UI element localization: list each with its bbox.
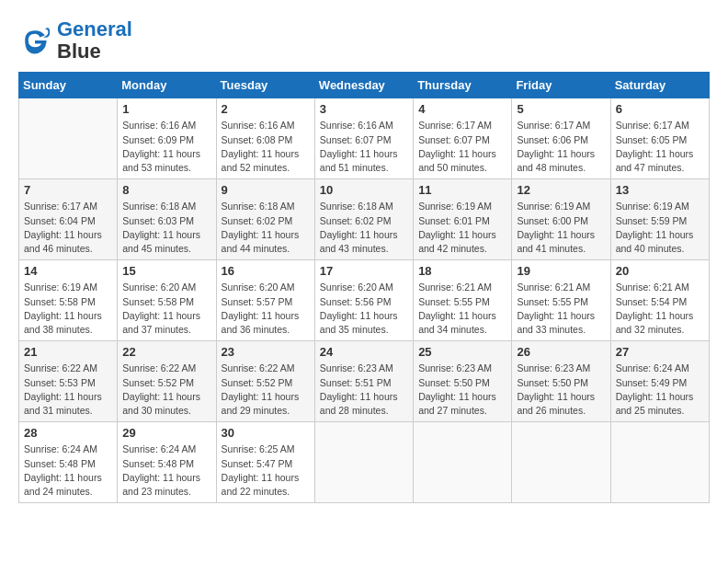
page-header: GeneralBlue [18, 18, 710, 63]
day-cell [610, 422, 709, 503]
day-number: 10 [320, 183, 408, 197]
day-info: Sunrise: 6:17 AMSunset: 6:06 PMDaylight:… [517, 119, 605, 175]
day-info: Sunrise: 6:18 AMSunset: 6:03 PMDaylight:… [122, 200, 210, 256]
day-number: 3 [320, 102, 408, 116]
day-info: Sunrise: 6:19 AMSunset: 6:01 PMDaylight:… [418, 200, 506, 256]
day-cell: 24Sunrise: 6:23 AMSunset: 5:51 PMDayligh… [314, 341, 413, 422]
week-row-3: 14Sunrise: 6:19 AMSunset: 5:58 PMDayligh… [19, 260, 710, 341]
day-cell: 18Sunrise: 6:21 AMSunset: 5:55 PMDayligh… [414, 260, 512, 341]
day-info: Sunrise: 6:16 AMSunset: 6:09 PMDaylight:… [122, 119, 210, 175]
day-cell: 29Sunrise: 6:24 AMSunset: 5:48 PMDayligh… [118, 422, 216, 503]
day-header-monday: Monday [118, 73, 216, 98]
calendar-table: SundayMondayTuesdayWednesdayThursdayFrid… [18, 72, 710, 503]
day-cell: 13Sunrise: 6:19 AMSunset: 5:59 PMDayligh… [610, 179, 709, 260]
day-info: Sunrise: 6:21 AMSunset: 5:54 PMDaylight:… [616, 281, 704, 337]
day-cell: 20Sunrise: 6:21 AMSunset: 5:54 PMDayligh… [610, 260, 709, 341]
day-number: 1 [122, 102, 210, 116]
day-info: Sunrise: 6:22 AMSunset: 5:52 PMDaylight:… [222, 362, 310, 418]
day-cell: 14Sunrise: 6:19 AMSunset: 5:58 PMDayligh… [19, 260, 118, 341]
day-number: 18 [418, 264, 506, 278]
day-info: Sunrise: 6:22 AMSunset: 5:52 PMDaylight:… [122, 362, 210, 418]
day-info: Sunrise: 6:17 AMSunset: 6:04 PMDaylight:… [24, 200, 112, 256]
day-number: 6 [616, 102, 704, 116]
day-info: Sunrise: 6:17 AMSunset: 6:05 PMDaylight:… [616, 119, 704, 175]
week-row-4: 21Sunrise: 6:22 AMSunset: 5:53 PMDayligh… [19, 341, 710, 422]
day-info: Sunrise: 6:24 AMSunset: 5:48 PMDaylight:… [24, 442, 112, 499]
day-cell: 5Sunrise: 6:17 AMSunset: 6:06 PMDaylight… [512, 98, 610, 179]
day-header-thursday: Thursday [414, 73, 512, 98]
day-info: Sunrise: 6:23 AMSunset: 5:50 PMDaylight:… [517, 362, 605, 418]
day-info: Sunrise: 6:16 AMSunset: 6:07 PMDaylight:… [320, 119, 408, 175]
day-info: Sunrise: 6:23 AMSunset: 5:50 PMDaylight:… [418, 362, 506, 418]
day-info: Sunrise: 6:19 AMSunset: 5:59 PMDaylight:… [616, 200, 704, 256]
day-number: 30 [222, 426, 310, 440]
day-cell: 28Sunrise: 6:24 AMSunset: 5:48 PMDayligh… [19, 422, 118, 503]
day-cell: 2Sunrise: 6:16 AMSunset: 6:08 PMDaylight… [216, 98, 314, 179]
day-info: Sunrise: 6:21 AMSunset: 5:55 PMDaylight:… [418, 281, 506, 337]
day-number: 17 [320, 264, 408, 278]
day-number: 2 [222, 102, 310, 116]
day-info: Sunrise: 6:17 AMSunset: 6:07 PMDaylight:… [418, 119, 506, 175]
day-cell: 4Sunrise: 6:17 AMSunset: 6:07 PMDaylight… [414, 98, 512, 179]
day-cell: 6Sunrise: 6:17 AMSunset: 6:05 PMDaylight… [610, 98, 709, 179]
day-cell [19, 98, 118, 179]
day-number: 5 [517, 102, 605, 116]
day-cell: 17Sunrise: 6:20 AMSunset: 5:56 PMDayligh… [314, 260, 413, 341]
day-info: Sunrise: 6:18 AMSunset: 6:02 PMDaylight:… [222, 200, 310, 256]
day-cell: 25Sunrise: 6:23 AMSunset: 5:50 PMDayligh… [414, 341, 512, 422]
day-number: 26 [517, 345, 605, 359]
calendar-header-row: SundayMondayTuesdayWednesdayThursdayFrid… [19, 73, 710, 98]
logo-text: GeneralBlue [57, 18, 132, 63]
day-number: 8 [122, 183, 210, 197]
day-cell: 16Sunrise: 6:20 AMSunset: 5:57 PMDayligh… [216, 260, 314, 341]
logo-icon [18, 24, 51, 57]
day-number: 7 [24, 183, 112, 197]
day-number: 27 [616, 345, 704, 359]
day-cell [414, 422, 512, 503]
day-info: Sunrise: 6:22 AMSunset: 5:53 PMDaylight:… [24, 362, 112, 418]
day-cell: 23Sunrise: 6:22 AMSunset: 5:52 PMDayligh… [216, 341, 314, 422]
day-cell [314, 422, 413, 503]
week-row-2: 7Sunrise: 6:17 AMSunset: 6:04 PMDaylight… [19, 179, 710, 260]
day-cell: 22Sunrise: 6:22 AMSunset: 5:52 PMDayligh… [118, 341, 216, 422]
day-cell: 10Sunrise: 6:18 AMSunset: 6:02 PMDayligh… [314, 179, 413, 260]
day-cell: 11Sunrise: 6:19 AMSunset: 6:01 PMDayligh… [414, 179, 512, 260]
day-cell: 7Sunrise: 6:17 AMSunset: 6:04 PMDaylight… [19, 179, 118, 260]
day-number: 29 [122, 426, 210, 440]
day-header-sunday: Sunday [19, 73, 118, 98]
day-info: Sunrise: 6:18 AMSunset: 6:02 PMDaylight:… [320, 200, 408, 256]
day-cell: 27Sunrise: 6:24 AMSunset: 5:49 PMDayligh… [610, 341, 709, 422]
week-row-1: 1Sunrise: 6:16 AMSunset: 6:09 PMDaylight… [19, 98, 710, 179]
day-number: 25 [418, 345, 506, 359]
day-cell: 3Sunrise: 6:16 AMSunset: 6:07 PMDaylight… [314, 98, 413, 179]
day-number: 24 [320, 345, 408, 359]
day-cell: 9Sunrise: 6:18 AMSunset: 6:02 PMDaylight… [216, 179, 314, 260]
day-info: Sunrise: 6:25 AMSunset: 5:47 PMDaylight:… [222, 442, 310, 499]
day-cell: 1Sunrise: 6:16 AMSunset: 6:09 PMDaylight… [118, 98, 216, 179]
day-info: Sunrise: 6:19 AMSunset: 6:00 PMDaylight:… [517, 200, 605, 256]
day-cell: 21Sunrise: 6:22 AMSunset: 5:53 PMDayligh… [19, 341, 118, 422]
day-header-friday: Friday [512, 73, 610, 98]
day-header-saturday: Saturday [610, 73, 709, 98]
day-cell: 26Sunrise: 6:23 AMSunset: 5:50 PMDayligh… [512, 341, 610, 422]
day-info: Sunrise: 6:20 AMSunset: 5:58 PMDaylight:… [122, 281, 210, 337]
day-header-wednesday: Wednesday [314, 73, 413, 98]
day-cell: 19Sunrise: 6:21 AMSunset: 5:55 PMDayligh… [512, 260, 610, 341]
day-number: 21 [24, 345, 112, 359]
day-info: Sunrise: 6:19 AMSunset: 5:58 PMDaylight:… [24, 281, 112, 337]
day-number: 12 [517, 183, 605, 197]
day-number: 15 [122, 264, 210, 278]
day-number: 22 [122, 345, 210, 359]
day-info: Sunrise: 6:20 AMSunset: 5:57 PMDaylight:… [222, 281, 310, 337]
day-header-tuesday: Tuesday [216, 73, 314, 98]
day-number: 28 [24, 426, 112, 440]
day-number: 13 [616, 183, 704, 197]
day-info: Sunrise: 6:23 AMSunset: 5:51 PMDaylight:… [320, 362, 408, 418]
day-info: Sunrise: 6:16 AMSunset: 6:08 PMDaylight:… [222, 119, 310, 175]
week-row-5: 28Sunrise: 6:24 AMSunset: 5:48 PMDayligh… [19, 422, 710, 503]
day-cell: 30Sunrise: 6:25 AMSunset: 5:47 PMDayligh… [216, 422, 314, 503]
day-number: 11 [418, 183, 506, 197]
day-number: 20 [616, 264, 704, 278]
day-info: Sunrise: 6:24 AMSunset: 5:48 PMDaylight:… [122, 442, 210, 499]
day-info: Sunrise: 6:20 AMSunset: 5:56 PMDaylight:… [320, 281, 408, 337]
